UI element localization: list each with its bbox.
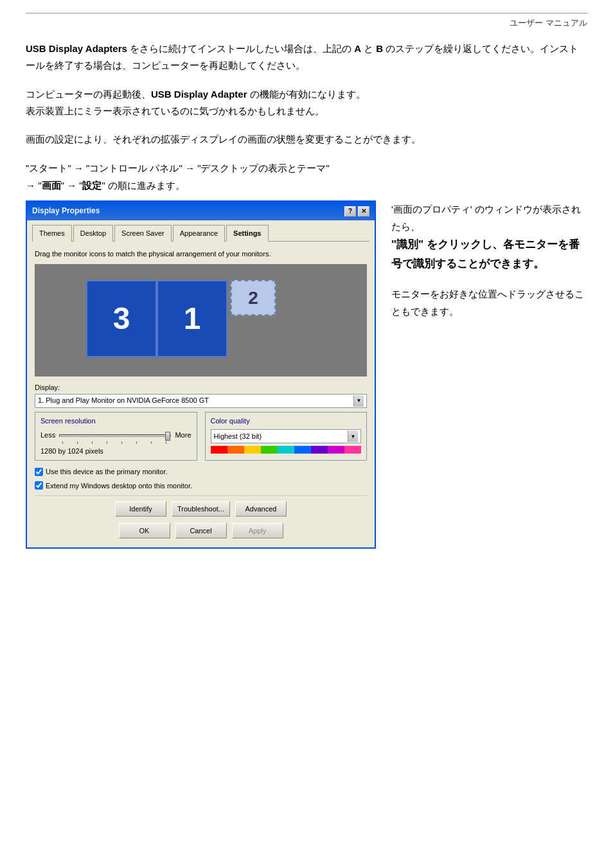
monitor-3[interactable]: 3: [86, 280, 157, 357]
checkbox-extend-row: Extend my Windows desktop onto this moni…: [35, 480, 367, 492]
display-select-value: 1. Plug and Play Monitor on NVIDIA GeFor…: [38, 394, 353, 407]
identify-button[interactable]: Identify: [115, 501, 166, 517]
nav-bold-settings: 設定: [82, 180, 102, 191]
color-stripe: [211, 446, 362, 454]
bottom-buttons-1: Identify Troubleshoot... Advanced: [35, 495, 367, 519]
nav-bold-screen: 画面: [42, 180, 61, 191]
slider-thumb[interactable]: [165, 432, 170, 441]
display-select-row: 1. Plug and Play Monitor on NVIDIA GeFor…: [35, 394, 367, 408]
settings-row: Screen resolution Less More: [35, 412, 367, 461]
resolution-value: 1280 by 1024 pixels: [40, 445, 191, 457]
troubleshoot-button[interactable]: Troubleshoot...: [172, 501, 230, 517]
bottom-buttons-2: OK Cancel Apply: [35, 519, 367, 540]
tab-settings[interactable]: Settings: [226, 225, 268, 242]
side-text-part2: モニターをお好きな位置へドラッグさせることもできます。: [391, 285, 587, 320]
side-text-area: '画面のプロパティ' のウィンドウが表示されたら、 "識別" をクリックし、各モ…: [386, 200, 587, 320]
screen-res-label: Screen resolution: [40, 415, 191, 427]
color-quality-value: Highest (32 bit): [214, 430, 348, 443]
titlebar-buttons: ? ✕: [344, 206, 369, 217]
ok-button[interactable]: OK: [119, 523, 170, 538]
bold-a: A: [354, 43, 361, 54]
page-header: ユーザー マニュアル: [510, 18, 587, 28]
monitor-2[interactable]: 2: [231, 280, 276, 315]
resolution-slider[interactable]: [59, 434, 171, 437]
dialog-titlebar: Display Properties ? ✕: [27, 202, 375, 220]
help-button[interactable]: ?: [344, 206, 356, 217]
checkbox-extend-label: Extend my Windows desktop onto this moni…: [46, 480, 192, 492]
paragraph-3: 画面の設定により、それぞれの拡張ディスプレイの画面の状態を変更することができます…: [26, 131, 587, 148]
checkbox-primary-label: Use this device as the primary monitor.: [46, 466, 168, 478]
checkbox-primary[interactable]: [35, 468, 43, 476]
color-quality-arrow: ▼: [348, 430, 358, 442]
tab-screensaver[interactable]: Screen Saver: [114, 225, 172, 242]
display-select[interactable]: 1. Plug and Play Monitor on NVIDIA GeFor…: [35, 394, 367, 408]
paragraph-2: コンピューターの再起動後、USB Display Adapter の機能が有効に…: [26, 86, 587, 120]
checkbox-primary-row: Use this device as the primary monitor.: [35, 466, 367, 478]
dialog-body: Themes Desktop Screen Saver Appearance S…: [27, 220, 375, 548]
color-quality-box: Color quality Highest (32 bit) ▼: [205, 412, 368, 461]
dialog-settings-content: Drag the monitor icons to match the phys…: [32, 245, 369, 542]
screen-resolution-box: Screen resolution Less More: [35, 412, 197, 461]
side-text-bold: "識別" をクリックし、各モニターを番号で識別することができます。: [391, 235, 587, 274]
less-label: Less: [40, 429, 55, 441]
display-label: Display:: [35, 382, 367, 394]
display-select-arrow: ▼: [353, 395, 364, 407]
slider-row: Less More: [40, 429, 191, 441]
tab-bar: Themes Desktop Screen Saver Appearance S…: [32, 224, 369, 242]
apply-button[interactable]: Apply: [232, 523, 283, 538]
tab-appearance[interactable]: Appearance: [173, 225, 225, 242]
monitor-1[interactable]: 1: [157, 280, 227, 357]
tab-desktop[interactable]: Desktop: [73, 225, 113, 242]
dialog-title: Display Properties: [32, 204, 100, 217]
advanced-button[interactable]: Advanced: [235, 501, 287, 517]
bold-b: B: [376, 43, 383, 54]
display-properties-dialog: Display Properties ? ✕ Themes Desktop Sc…: [26, 200, 376, 549]
more-label: More: [175, 429, 191, 441]
paragraph-1: USB Display Adapters をさらに続けてインストールしたい場合は…: [26, 40, 587, 75]
side-text-part1: '画面のプロパティ' のウィンドウが表示されたら、: [391, 200, 587, 235]
bold-usb-adapters: USB Display Adapters: [26, 43, 127, 54]
checkbox-extend[interactable]: [35, 481, 43, 490]
tab-themes[interactable]: Themes: [32, 225, 72, 242]
cancel-button[interactable]: Cancel: [175, 523, 227, 538]
main-layout: Display Properties ? ✕ Themes Desktop Sc…: [26, 200, 587, 549]
close-button[interactable]: ✕: [358, 206, 369, 217]
monitor-area: 3 1 2: [35, 264, 367, 376]
color-quality-label: Color quality: [211, 415, 362, 427]
navigation-path: "スタート" → "コントロール パネル" → "デスクトップの表示とテーマ" …: [26, 159, 587, 194]
color-quality-select[interactable]: Highest (32 bit) ▼: [211, 429, 362, 443]
monitor-drag-hint: Drag the monitor icons to match the phys…: [35, 248, 367, 260]
bold-usb-adapter: USB Display Adapter: [151, 89, 247, 100]
